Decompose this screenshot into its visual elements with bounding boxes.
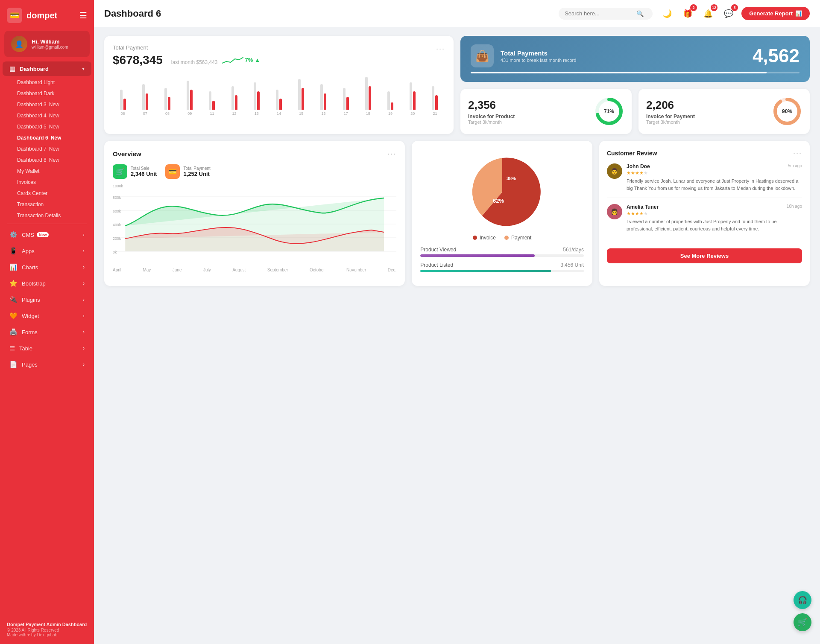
theme-toggle-btn[interactable]: 🌙 [659,6,675,21]
bar-label: 18 [366,111,370,116]
badge-new: New [49,124,59,130]
bar-red [212,101,215,110]
sidebar-item-cms[interactable]: ⚙️ CMS New › [3,227,91,243]
sidebar-item-apps[interactable]: 📱 Apps › [3,243,91,259]
second-row: Overview ··· 🛒 Total Sale 2,346 Unit 💳 [104,141,810,286]
bar-gray [209,91,211,110]
bar-pair [142,73,148,110]
user-greeting: Hi, William [32,38,68,45]
menu-label-charts: Charts [22,264,38,271]
support-fab[interactable]: 🎧 [794,591,811,609]
sidebar-item-widget[interactable]: 🧡 Widget › [3,308,91,324]
invoice-product-card: 2,356 Invoice for Product Target 3k/mont… [460,89,632,134]
trend-pct: 7% [245,57,253,63]
product-viewed-row: Product Viewed 561/days [420,247,584,257]
reviewer-name-2: Amelia Tuner [627,204,659,210]
total-payment-ov-icon: 💳 [165,164,180,179]
topbar: Dashboard 6 🔍 🌙 🎁 2 🔔 12 💬 5 Generate Re [94,0,820,27]
submenu-item-dashboard4[interactable]: Dashboard 4 New [4,110,94,121]
headset-icon: 🎧 [798,595,807,605]
legend-payment: Payment [504,235,531,241]
bar-gray [164,88,167,110]
product-listed-header: Product Listed 3,456 Unit [420,262,584,268]
bar-red [257,91,260,110]
bell-badge: 12 [711,4,718,11]
product-listed-fill [420,270,551,272]
arrow-icon: › [83,232,85,238]
submenu-item-dashboard3[interactable]: Dashboard 3 New [4,99,94,110]
search-input[interactable] [565,10,633,17]
top-row: Total Payment $678,345 last month $563,4… [104,36,810,134]
x-label-august: August [232,268,246,272]
sidebar-item-forms[interactable]: 🖨️ Forms › [3,324,91,340]
trend-sparkline [222,55,243,64]
product-viewed-header: Product Viewed 561/days [420,247,584,253]
reviewer-name-1: John Doe [627,163,650,169]
review-more[interactable]: ··· [793,149,802,157]
bar-gray [298,79,301,110]
submenu-item-transaction-details[interactable]: Transaction Details [4,210,94,221]
bar-label: 08 [165,111,170,116]
review-text-1: Friendly service Josh, Lunar and everyon… [627,178,802,192]
menu-icon-forms: 🖨️ [9,328,18,336]
avatar-img-2: 👩 [607,204,622,219]
submenu-item-mywallet[interactable]: My Wallet [4,166,94,177]
chat-btn[interactable]: 💬 5 [721,6,736,21]
bar-pair [343,73,349,110]
app-name: dompet [26,11,57,20]
legend-dot-invoice [473,236,477,240]
x-label-april: April [113,268,121,272]
blue-progress-bar [471,72,800,73]
review-content-1: John Doe 5m ago ★★★★★ Friendly service J… [627,163,802,192]
dashboard-menu-parent[interactable]: ▦ Dashboard ▾ [3,61,91,76]
submenu-item-dashboard8[interactable]: Dashboard 8 New [4,154,94,166]
see-more-reviews-button[interactable]: See More Reviews [607,248,802,263]
svg-text:200k: 200k [113,236,121,241]
submenu-item-invoices[interactable]: Invoices [4,177,94,188]
donut-text-product: 71% [604,108,614,114]
blue-progress-fill [471,72,767,73]
bar-group: 15 [291,73,311,116]
invoice-product-info: 2,356 Invoice for Product Target 3k/mont… [468,99,515,125]
generate-report-button[interactable]: Generate Report 📊 [741,7,810,20]
cart-fab[interactable]: 🛒 [794,613,811,631]
sidebar-item-bootstrap[interactable]: ⭐ Bootstrap › [3,275,91,291]
sidebar-item-charts[interactable]: 📊 Charts › [3,259,91,275]
hamburger-menu[interactable]: ☰ [79,10,87,20]
bar-gray [120,90,123,110]
overview-title: Overview [113,150,141,157]
dashboard-icon: ▦ [9,65,15,73]
sidebar-item-table[interactable]: ☰ Table › [3,340,91,356]
footer-copy: © 2023 All Rights Reserved [7,628,87,632]
menu-icon-pages: 📄 [9,361,18,368]
svg-text:0k: 0k [113,250,117,254]
submenu-item-transaction[interactable]: Transaction [4,199,94,210]
notification-btn[interactable]: 🔔 12 [700,6,716,21]
submenu-item-dashboard-light[interactable]: Dashboard Light [4,77,94,88]
menu-icon-cms: ⚙️ [9,231,18,239]
svg-text:600k: 600k [113,209,121,213]
submenu-item-dashboard6[interactable]: Dashboard 6 New [4,132,94,143]
bar-group: 20 [403,73,423,116]
total-payment-more[interactable]: ··· [436,44,445,53]
submenu-item-dashboard5[interactable]: Dashboard 5 New [4,121,94,132]
total-payment-stat: 💳 Total Payment 1,252 Unit [165,164,210,179]
product-viewed-value: 561/days [563,247,584,253]
sidebar-divider [7,224,87,224]
total-payment-title: Total Payment [113,44,260,51]
search-box[interactable]: 🔍 [559,8,653,20]
sidebar-item-pages[interactable]: 📄 Pages › [3,356,91,373]
user-info: Hi, William william@gmail.com [32,38,68,50]
bar-red [413,91,416,110]
gift-btn[interactable]: 🎁 2 [680,6,695,21]
bar-label: 19 [388,111,392,116]
total-payment-ov-info: Total Payment 1,252 Unit [183,166,210,177]
sidebar-item-plugins[interactable]: 🔌 Plugins › [3,291,91,308]
overview-more[interactable]: ··· [387,149,396,158]
svg-text:800k: 800k [113,195,121,200]
submenu-item-dashboard7[interactable]: Dashboard 7 New [4,143,94,154]
submenu-item-dashboard-dark[interactable]: Dashboard Dark [4,88,94,99]
submenu-item-cards[interactable]: Cards Center [4,188,94,199]
payment-last-month: last month $563,443 [171,59,218,65]
bar-pair [254,73,260,110]
